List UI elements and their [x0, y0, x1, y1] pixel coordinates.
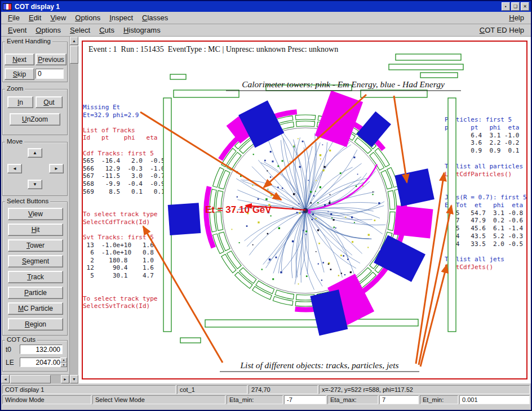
status-cell: Window Mode — [2, 395, 91, 404]
button-label: Hit — [32, 226, 40, 234]
menu-item[interactable]: Classes — [138, 12, 172, 23]
select-mode-button[interactable]: MC Particle — [8, 302, 63, 315]
info-line: To list all jets — [445, 256, 527, 263]
select-mode-button[interactable]: Track — [8, 271, 63, 283]
info-line: SelectSvtTrack(Id) — [83, 302, 208, 310]
event-display-canvas[interactable]: Event : 1 Run : 151435 EventType : MC | … — [78, 37, 532, 383]
select-mode-button[interactable]: Hit — [8, 224, 63, 236]
button-label: Track — [27, 273, 44, 281]
event-info-header: Event : 1 Run : 151435 EventType : MC | … — [88, 45, 338, 54]
info-line: Id pt phi eta — [83, 134, 208, 142]
scroll-up-icon[interactable]: ▲ — [70, 37, 78, 45]
move-left-button[interactable]: ◄ — [7, 164, 22, 173]
maximize-button[interactable]: ❏ — [511, 2, 520, 11]
menu-item[interactable]: Select — [65, 25, 95, 35]
spinner-down-icon[interactable]: ▼ — [60, 363, 67, 368]
down-arrow-icon: ▼ — [33, 182, 37, 187]
menu-item[interactable]: Options — [31, 25, 65, 35]
move-up-button[interactable]: ▲ — [28, 148, 42, 158]
select-buttons-group: Select Buttons ViewHitTowerSegmentTrackP… — [2, 202, 68, 336]
menu-item[interactable]: Inspect — [105, 12, 138, 23]
status-bar: COT display 1cot_1274,70x=-272, y=522 r=… — [2, 385, 530, 394]
previous-button[interactable]: Previous — [36, 53, 66, 65]
group-title: Move — [5, 138, 24, 145]
menu-help[interactable]: Help — [504, 12, 529, 23]
group-title: COT Cuts — [5, 336, 37, 343]
menu-cot-ed-help[interactable]: COT ED Help — [475, 25, 529, 35]
status-cell[interactable]: 0.001 — [459, 395, 530, 404]
menu-item[interactable]: File — [3, 12, 24, 23]
scroll-left-icon[interactable]: ◄ — [1, 375, 10, 383]
button-label: Out — [43, 99, 54, 106]
select-mode-button[interactable]: Tower — [8, 239, 63, 252]
status-cell: Eta_min: — [227, 395, 283, 404]
window-icon — [3, 3, 12, 10]
group-title: Event Handling — [5, 38, 52, 44]
move-right-button[interactable]: ► — [49, 164, 64, 173]
menu-item[interactable]: Cuts — [95, 25, 119, 35]
zoom-in-button[interactable]: In — [7, 96, 33, 108]
info-line: 12 90.4 1.6 — [83, 264, 208, 272]
scroll-down-icon[interactable]: ▼ — [70, 375, 78, 383]
menu-item[interactable]: Histograms — [119, 25, 165, 35]
info-line: 5 30.1 4.7 — [83, 272, 208, 280]
info-line: 0.4 33.5 2.0 -0.5 — [445, 240, 527, 248]
le-input[interactable] — [20, 358, 63, 367]
button-label: Previous — [38, 56, 64, 64]
scrollbar-thumb[interactable] — [70, 46, 78, 64]
select-mode-button[interactable]: View — [8, 208, 63, 220]
info-line: Svt Tracks: first 5 — [83, 234, 208, 242]
select-mode-button[interactable]: Segment — [8, 255, 63, 267]
info-line: 0.7 47.9 0.2 -0.6 — [445, 217, 527, 225]
status-cell[interactable]: -7 — [284, 395, 326, 404]
close-button[interactable]: ✕ — [521, 2, 529, 11]
menu-items: FileEditViewOptionsInspectClasses — [3, 12, 172, 23]
horizontal-scrollbar[interactable]: ◄ ► — [1, 374, 69, 383]
scrollbar-thumb[interactable] — [10, 375, 51, 383]
menu-item[interactable]: Edit — [24, 12, 46, 23]
status-cell: Select View Mode — [92, 395, 225, 404]
menu-item[interactable]: View — [46, 12, 70, 23]
spinner-up-icon[interactable]: ▲ — [60, 358, 67, 363]
zoom-out-button[interactable]: Out — [36, 96, 63, 108]
info-line: 11 0.9 0.9 0.1 — [445, 147, 527, 155]
info-line: 566 12.9 -0.3 -1.0 — [83, 165, 208, 173]
zoom-group: Zoom In Out UnZoom — [2, 89, 68, 135]
info-line — [83, 142, 208, 150]
info-line: To select track type — [83, 211, 208, 218]
move-down-button[interactable]: ▼ — [28, 180, 42, 189]
title-bar[interactable]: COT display 1 ▪ ❏ ✕ — [1, 1, 531, 12]
t0-input[interactable] — [20, 345, 63, 354]
t0-label: t0 — [6, 346, 11, 354]
select-mode-button[interactable]: Particle — [8, 287, 63, 299]
info-line — [83, 203, 208, 211]
info-line: To list all particles — [445, 163, 527, 171]
skip-button[interactable]: Skip — [5, 68, 34, 80]
info-line: ListCdfJets() — [445, 263, 527, 271]
control-panel: Event Handling Next Previous Skip Zoom I… — [1, 37, 69, 374]
menu-item[interactable]: Event — [3, 25, 31, 35]
left-arrow-icon: ◄ — [12, 166, 17, 171]
group-title: Zoom — [5, 85, 25, 92]
info-line: 569 8.5 0.1 0.1 — [83, 188, 208, 196]
next-button[interactable]: Next — [5, 53, 34, 65]
scroll-right-icon[interactable]: ► — [61, 375, 69, 383]
info-line: pdg pt phi eta — [445, 124, 527, 132]
status-cell[interactable]: 7 — [379, 395, 419, 404]
info-line: List of Tracks — [83, 127, 208, 135]
vertical-scrollbar[interactable]: ▲ ▼ — [69, 37, 78, 383]
skip-input[interactable] — [36, 69, 64, 79]
status-cell: cot_1 — [177, 385, 247, 394]
minimize-button[interactable]: ▪ — [502, 2, 510, 11]
select-mode-button[interactable]: Region — [8, 318, 63, 330]
right-arrow-icon: ► — [54, 166, 59, 171]
window-title: COT display 1 — [15, 3, 60, 11]
move-group: Move ▲ ◄ ► ▼ — [2, 142, 68, 196]
unzo om-button[interactable]: UnZoom — [10, 113, 60, 126]
button-label: Skip — [13, 70, 26, 78]
menu-item[interactable]: Options — [70, 12, 105, 23]
info-line: SelectCdfTrack(Id) — [83, 218, 208, 226]
info-line — [445, 186, 527, 194]
info-line: Cdf Tracks: first 5 — [83, 150, 208, 158]
button-label: Region — [25, 320, 46, 328]
